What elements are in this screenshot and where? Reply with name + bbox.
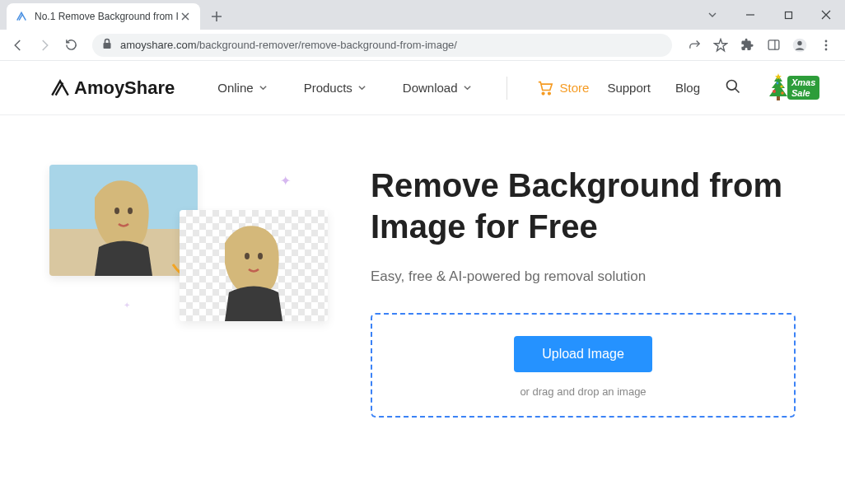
back-button[interactable]	[7, 34, 30, 57]
search-icon[interactable]	[725, 78, 741, 98]
lock-icon	[102, 38, 114, 53]
hero-illustration: ✦ ✦	[49, 165, 346, 379]
chevron-down-icon	[463, 83, 472, 92]
tab-title: No.1 Remove Background from I	[35, 11, 179, 22]
svg-point-9	[548, 92, 550, 95]
share-icon[interactable]	[682, 34, 707, 57]
svg-point-19	[114, 208, 119, 214]
svg-point-13	[780, 85, 782, 87]
xmas-badge-text: XmasSale	[787, 76, 819, 99]
svg-point-15	[781, 91, 784, 95]
tab-favicon	[15, 10, 28, 23]
window-maximize-icon[interactable]	[769, 2, 807, 27]
cart-icon	[537, 81, 553, 96]
svg-point-23	[258, 253, 263, 259]
nav-download[interactable]: Download	[385, 81, 490, 95]
nav-store[interactable]: Store	[519, 81, 608, 96]
svg-point-14	[777, 82, 779, 84]
window-minimize-icon[interactable]	[731, 2, 769, 27]
page-subtitle: Easy, free & AI-powered bg removal solut…	[371, 268, 796, 285]
logo-text: AmoyShare	[74, 77, 175, 99]
site-header: AmoyShare Online Products Download Store…	[0, 61, 845, 115]
svg-point-22	[245, 253, 250, 259]
window-dropdown-icon[interactable]	[693, 2, 731, 27]
svg-point-7	[825, 48, 828, 50]
svg-rect-2	[768, 40, 779, 49]
sparkle-icon: ✦	[124, 301, 130, 310]
svg-point-4	[797, 40, 801, 44]
window-controls	[693, 0, 845, 30]
browser-titlebar: No.1 Remove Background from I	[0, 0, 845, 30]
svg-rect-0	[785, 12, 791, 18]
svg-point-5	[825, 40, 828, 42]
svg-point-8	[542, 92, 544, 95]
chevron-down-icon	[259, 83, 268, 92]
upload-button[interactable]: Upload Image	[514, 336, 652, 372]
browser-tab[interactable]: No.1 Remove Background from I	[7, 3, 200, 30]
profile-icon[interactable]	[787, 34, 812, 57]
svg-point-12	[773, 90, 776, 93]
drop-hint: or drag and drop an image	[389, 385, 777, 398]
tab-close-icon[interactable]	[179, 10, 192, 23]
chevron-down-icon	[357, 83, 366, 92]
window-close-icon[interactable]	[807, 2, 845, 27]
svg-point-6	[825, 44, 828, 46]
url-text: amoyshare.com/background-remover/remove-…	[120, 39, 457, 51]
svg-point-20	[128, 208, 133, 214]
menu-icon[interactable]	[814, 34, 838, 57]
svg-point-10	[727, 80, 737, 90]
sparkle-icon: ✦	[280, 173, 291, 189]
bookmark-icon[interactable]	[708, 34, 733, 57]
new-tab-button[interactable]	[205, 5, 228, 28]
sidepanel-icon[interactable]	[761, 34, 786, 57]
address-bar[interactable]: amoyshare.com/background-remover/remove-…	[92, 34, 672, 57]
nav-online[interactable]: Online	[199, 81, 285, 95]
nav-products[interactable]: Products	[286, 81, 385, 95]
before-image	[49, 165, 198, 276]
after-image	[180, 210, 328, 321]
browser-toolbar: amoyshare.com/background-remover/remove-…	[0, 30, 845, 61]
xmas-sale-badge[interactable]: XmasSale	[766, 73, 819, 103]
svg-rect-1	[104, 43, 111, 49]
main-nav: Online Products Download Store	[199, 77, 607, 100]
hero-section: ✦ ✦ Remove Background from Image	[0, 115, 845, 418]
extensions-icon[interactable]	[735, 34, 759, 57]
forward-button[interactable]	[33, 34, 56, 57]
reload-button[interactable]	[59, 34, 82, 57]
logo[interactable]: AmoyShare	[49, 77, 175, 99]
upload-dropzone[interactable]: Upload Image or drag and drop an image	[371, 313, 796, 418]
nav-support[interactable]: Support	[607, 81, 651, 95]
nav-divider	[507, 77, 507, 100]
nav-blog[interactable]: Blog	[675, 81, 700, 95]
page-title: Remove Background from Image for Free	[371, 165, 796, 247]
hero-main: Remove Background from Image for Free Ea…	[371, 165, 796, 418]
svg-rect-11	[777, 96, 780, 100]
